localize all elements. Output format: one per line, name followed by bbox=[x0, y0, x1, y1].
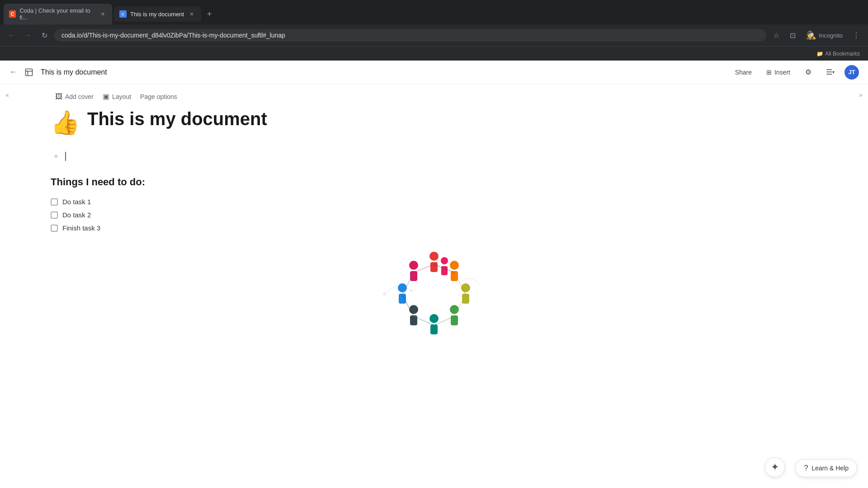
doc-title: This is my document bbox=[41, 68, 726, 76]
view-icon: ☰ bbox=[826, 68, 832, 76]
tab-label-my-document: This is my document bbox=[130, 11, 184, 18]
insert-icon: ⊞ bbox=[766, 69, 772, 76]
main-layout: « 🖼 Add cover ▣ Layout Page options bbox=[0, 84, 868, 488]
tab-favicon-coda: C bbox=[9, 10, 16, 18]
page-options-button[interactable]: Page options bbox=[136, 90, 182, 103]
cursor-line: + bbox=[51, 151, 817, 162]
svg-point-13 bbox=[429, 314, 439, 323]
browser-chrome: C Coda | Check your email to fi... × C T… bbox=[0, 0, 868, 61]
layout-label: Layout bbox=[112, 93, 131, 100]
layout-icon: ▣ bbox=[103, 92, 109, 101]
incognito-icon: 🕵 bbox=[806, 30, 816, 40]
task-1-label: Do task 1 bbox=[62, 198, 91, 206]
sidebar-collapse-icon: « bbox=[5, 91, 9, 99]
learn-help-icon: ? bbox=[804, 464, 808, 472]
more-options-icon[interactable]: ⋮ bbox=[850, 29, 863, 42]
tab-bar: C Coda | Check your email to fi... × C T… bbox=[0, 0, 868, 24]
svg-point-4 bbox=[410, 289, 413, 292]
checkbox-task-3[interactable] bbox=[51, 225, 58, 232]
svg-point-19 bbox=[409, 261, 418, 270]
header-actions: Share ⊞ Insert ⚙ ☰ ▾ JT bbox=[731, 65, 859, 80]
all-bookmarks[interactable]: 📁 All Bookmarks bbox=[814, 49, 863, 59]
svg-rect-16 bbox=[410, 315, 417, 325]
svg-point-7 bbox=[450, 261, 459, 270]
app-header: ← This is my document Share ⊞ Insert ⚙ ☰… bbox=[0, 61, 868, 84]
right-panel-collapse-icon: » bbox=[859, 91, 863, 99]
tab-label-coda-email: Coda | Check your email to fi... bbox=[19, 7, 95, 21]
checklist-item-2: Do task 2 bbox=[51, 208, 817, 221]
settings-button[interactable]: ⚙ bbox=[801, 65, 816, 80]
svg-point-21 bbox=[441, 257, 448, 264]
add-cover-button[interactable]: 🖼 Add cover bbox=[51, 90, 98, 103]
svg-rect-14 bbox=[430, 324, 438, 334]
chevron-down-icon: ▾ bbox=[832, 70, 835, 75]
user-avatar[interactable]: JT bbox=[844, 65, 859, 80]
share-label: Share bbox=[735, 69, 752, 76]
reload-button[interactable]: ↻ bbox=[38, 29, 51, 42]
all-bookmarks-label: All Bookmarks bbox=[825, 51, 860, 57]
insert-button[interactable]: ⊞ Insert bbox=[763, 66, 794, 79]
svg-point-5 bbox=[429, 252, 439, 261]
bookmark-icon[interactable]: ☆ bbox=[770, 29, 783, 42]
checklist: Do task 1 Do task 2 Finish task 3 bbox=[51, 195, 817, 235]
tab-my-document[interactable]: C This is my document × bbox=[114, 6, 201, 22]
back-button[interactable]: ← bbox=[5, 29, 18, 42]
collab-illustration bbox=[371, 242, 497, 341]
sparkle-icon: ✦ bbox=[771, 461, 779, 473]
layout-button[interactable]: ▣ Layout bbox=[98, 89, 136, 103]
doc-emoji: 👍 bbox=[51, 109, 80, 136]
doc-body: 👍 This is my document + Things I need to… bbox=[14, 109, 854, 341]
doc-icon bbox=[23, 66, 35, 79]
svg-point-3 bbox=[383, 292, 386, 295]
forward-button[interactable]: → bbox=[22, 29, 34, 42]
section-heading: Things I need to do: bbox=[51, 176, 817, 188]
app-back-button[interactable]: ← bbox=[9, 67, 17, 77]
doc-image-area bbox=[51, 242, 817, 341]
view-options-button[interactable]: ☰ ▾ bbox=[823, 65, 837, 80]
sidebar-toggle-button[interactable]: « bbox=[0, 84, 14, 488]
new-tab-button[interactable]: + bbox=[203, 8, 216, 20]
bookmarks-folder-icon: 📁 bbox=[816, 51, 823, 57]
learn-help-label: Learn & Help bbox=[811, 465, 849, 472]
tab-coda-email[interactable]: C Coda | Check your email to fi... × bbox=[4, 4, 112, 24]
tab-close-coda[interactable]: × bbox=[99, 10, 107, 18]
svg-rect-0 bbox=[26, 69, 33, 75]
svg-rect-6 bbox=[430, 262, 438, 272]
bookmarks-bar: 📁 All Bookmarks bbox=[0, 46, 868, 61]
profile-icon[interactable]: ⊡ bbox=[786, 29, 799, 42]
add-cover-icon: 🖼 bbox=[55, 93, 62, 101]
svg-rect-12 bbox=[451, 315, 458, 325]
task-2-label: Do task 2 bbox=[62, 211, 91, 219]
insert-label: Insert bbox=[774, 69, 790, 76]
incognito-badge: 🕵 Incognito bbox=[802, 28, 846, 42]
checkbox-task-1[interactable] bbox=[51, 198, 58, 206]
content-area: 🖼 Add cover ▣ Layout Page options 👍 This… bbox=[14, 84, 854, 488]
app-container: ← This is my document Share ⊞ Insert ⚙ ☰… bbox=[0, 61, 868, 488]
url-text: coda.io/d/This-is-my-document_d84lv0ZibP… bbox=[61, 32, 285, 39]
doc-toolbar: 🖼 Add cover ▣ Layout Page options bbox=[14, 84, 854, 109]
tab-favicon-active: C bbox=[119, 10, 127, 18]
nav-bar: ← → ↻ coda.io/d/This-is-my-document_d84l… bbox=[0, 24, 868, 46]
learn-help-button[interactable]: ? Learn & Help bbox=[795, 459, 857, 477]
share-button[interactable]: Share bbox=[731, 66, 755, 79]
incognito-label: Incognito bbox=[819, 32, 843, 39]
add-block-button[interactable]: + bbox=[51, 151, 61, 162]
add-cover-label: Add cover bbox=[65, 93, 94, 100]
sparkle-button[interactable]: ✦ bbox=[765, 457, 785, 477]
tab-close-my-doc[interactable]: × bbox=[188, 10, 196, 18]
text-cursor bbox=[65, 152, 66, 161]
task-3-label: Finish task 3 bbox=[62, 224, 100, 232]
doc-title-heading: This is my document bbox=[87, 109, 267, 129]
checklist-item-1: Do task 1 bbox=[51, 195, 817, 208]
checklist-item-3: Finish task 3 bbox=[51, 221, 817, 235]
page-options-label: Page options bbox=[140, 93, 177, 100]
address-bar[interactable]: coda.io/d/This-is-my-document_d84lv0ZibP… bbox=[54, 29, 766, 42]
right-panel-toggle-button[interactable]: » bbox=[854, 84, 868, 488]
checkbox-task-2[interactable] bbox=[51, 211, 58, 219]
settings-icon: ⚙ bbox=[805, 68, 811, 76]
